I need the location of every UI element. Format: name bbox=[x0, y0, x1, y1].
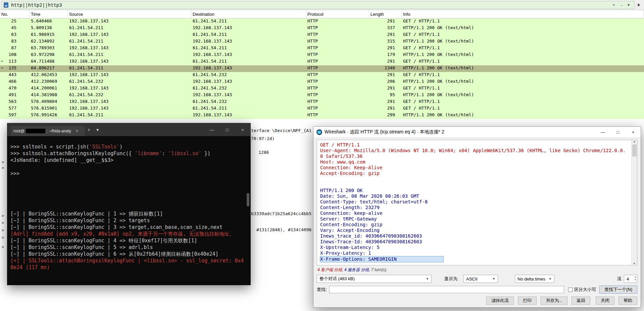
spin-down-icon[interactable]: ▼ bbox=[634, 278, 636, 282]
clear-filter-icon[interactable]: × bbox=[610, 2, 617, 7]
filter-bookmark-icon[interactable] bbox=[4, 2, 8, 8]
column-header-no[interactable]: No. bbox=[0, 10, 30, 18]
stream-text-area[interactable]: GET / HTTP/1.1 User-Agent: Mozilla/5.0 (… bbox=[317, 140, 637, 265]
column-header-source[interactable]: Source bbox=[68, 10, 191, 18]
packet-row[interactable]: 597 576.991426 61.241.54.211 192.168.137… bbox=[0, 112, 644, 119]
dialog-titlebar[interactable]: Wireshark · 追踪 HTTP 流 (tcp.stream eq 4) … bbox=[313, 127, 641, 138]
packet-row[interactable]: 443 412.062453 192.168.137.143 61.241.54… bbox=[0, 72, 644, 79]
packet-length: 291 bbox=[369, 18, 402, 25]
maximize-icon[interactable]: □ bbox=[219, 123, 235, 136]
minimize-icon[interactable]: — bbox=[595, 127, 610, 138]
new-tab-button[interactable]: + bbox=[85, 127, 93, 132]
add-filter-button[interactable]: + bbox=[635, 2, 643, 8]
column-header-protocol[interactable]: Protocol bbox=[306, 10, 369, 18]
delta-times-select[interactable]: No delta times ▼ bbox=[515, 275, 554, 283]
packet-length: 291 bbox=[369, 72, 402, 79]
packet-row[interactable]: 113 64.711488 192.168.137.143 61.241.54.… bbox=[0, 59, 644, 65]
tree-expander-icon[interactable]: > bbox=[2, 213, 4, 218]
save-as-button[interactable]: 另存为... bbox=[541, 297, 567, 305]
stream-number-spinner[interactable]: 4 ▲ ▼ bbox=[624, 275, 637, 283]
packet-row[interactable]: 466 412.230069 61.241.54.232 192.168.137… bbox=[0, 79, 644, 85]
close-button[interactable]: 关闭 bbox=[596, 297, 614, 305]
minimize-icon[interactable]: — bbox=[204, 123, 219, 136]
tree-expander-icon[interactable]: > bbox=[2, 221, 4, 225]
print-button[interactable]: 打印 bbox=[518, 297, 537, 305]
stream-line: Content-Length: 23279 bbox=[320, 205, 628, 210]
packet-row[interactable]: 135 64.896217 61.241.54.211 192.168.137.… bbox=[0, 65, 644, 72]
find-input[interactable] bbox=[329, 286, 564, 293]
packet-row[interactable]: 63 61.986915 192.168.137.143 61.241.54.2… bbox=[0, 32, 644, 39]
tree-expander-icon[interactable]: > bbox=[2, 245, 4, 249]
packet-row[interactable]: 108 63.972298 61.241.54.211 192.168.137.… bbox=[0, 52, 644, 59]
display-filter-input[interactable]: http||http2||http3 × → ▾ bbox=[1, 1, 635, 9]
close-icon[interactable]: × bbox=[235, 123, 250, 136]
stream-line: X-Proxy-Latency: 1 bbox=[320, 250, 628, 256]
apply-filter-icon[interactable]: → bbox=[617, 2, 625, 7]
scroll-down-icon[interactable]: ▼ bbox=[633, 262, 636, 265]
terminal-line: >>> bbox=[10, 170, 246, 177]
back-button[interactable]: 返回 bbox=[572, 297, 590, 305]
terminal-tab[interactable]: root@ : ~/frida-analy × bbox=[11, 126, 85, 136]
find-next-button[interactable]: 查找下一个(N) bbox=[599, 286, 637, 294]
screen: http||http2||http3 × → ▾ + No. Time Sour… bbox=[0, 0, 644, 311]
packet-source: 61.241.54.211 bbox=[68, 52, 191, 59]
packet-list: 25 5.640466 192.168.137.143 61.241.54.21… bbox=[0, 18, 644, 119]
terminal-line: [~] | BoringSSL::scanKeylogFunc | 1 => 捕… bbox=[10, 210, 246, 217]
maximize-icon[interactable]: □ bbox=[610, 127, 626, 138]
packet-info: HTTP/1.1 200 OK (text/html) bbox=[402, 92, 644, 99]
conversation-select[interactable]: 整个对话 (483 kB) ▼ bbox=[317, 275, 432, 283]
packet-row[interactable]: 491 414.381988 61.241.54.232 192.168.137… bbox=[0, 92, 644, 99]
filter-history-icon[interactable]: ▾ bbox=[625, 2, 632, 7]
packet-info: HTTP/1.1 200 OK (text/html) bbox=[402, 39, 644, 45]
close-icon[interactable]: × bbox=[626, 127, 641, 138]
packet-row[interactable]: 87 63.789303 192.168.137.143 61.241.54.2… bbox=[0, 45, 644, 52]
tab-dropdown-icon[interactable]: ▾ bbox=[93, 127, 102, 132]
packet-row[interactable]: 45 5.809138 61.241.54.211 192.168.137.14… bbox=[0, 25, 644, 32]
stream-line: User-Agent: Mozilla/5.0 (Windows NT 10.0… bbox=[320, 148, 628, 159]
scrollbar-thumb[interactable] bbox=[632, 144, 637, 157]
delta-times-select-value: No delta times bbox=[517, 276, 545, 282]
packet-time: 5.640466 bbox=[30, 18, 68, 25]
help-button[interactable]: 帮助 bbox=[618, 297, 637, 305]
terminal-output[interactable]: >>> ssltools = script.jsh('SSLTools') >>… bbox=[7, 136, 250, 285]
turns-count: 7 turn(s). bbox=[370, 267, 387, 272]
column-header-time[interactable]: Time bbox=[30, 10, 68, 18]
stream-scrollbar[interactable]: ▲ ▼ bbox=[631, 140, 637, 265]
stream-status-line: 4 客户端 分组, 4 服务器 分组, 7 turn(s). bbox=[317, 267, 637, 273]
packet-row[interactable]: 577 576.815901 192.168.137.143 61.241.54… bbox=[0, 106, 644, 112]
packet-row[interactable]: 83 62.134892 61.241.54.211 192.168.137.1… bbox=[0, 39, 644, 45]
case-sensitive-checkbox[interactable] bbox=[568, 288, 573, 292]
show-as-select[interactable]: ASCII ▼ bbox=[463, 275, 498, 283]
packet-length: 291 bbox=[369, 85, 402, 92]
packet-length: 179 bbox=[369, 52, 402, 59]
packet-length: 291 bbox=[369, 59, 402, 65]
packet-row[interactable]: 563 576.409804 192.168.137.143 61.241.54… bbox=[0, 99, 644, 106]
filter-out-stream-button[interactable]: 滤掉此流 bbox=[486, 297, 514, 305]
column-header-destination[interactable]: Destination bbox=[191, 10, 306, 18]
tab-close-icon[interactable]: × bbox=[76, 129, 78, 133]
server-packets-count: 4 服务器 分组, bbox=[343, 267, 370, 272]
terminal-line: [~] | BoringSSL::scanKeylogFunc | 2 => t… bbox=[10, 217, 246, 224]
packet-row[interactable]: 25 5.640466 192.168.137.143 61.241.54.21… bbox=[0, 18, 644, 25]
packet-destination: 61.241.54.211 bbox=[191, 106, 306, 112]
packet-protocol: HTTP bbox=[306, 72, 369, 79]
tree-expander-icon[interactable]: > bbox=[2, 166, 4, 170]
packet-no: 563 bbox=[0, 99, 30, 106]
client-packets-count: 4 客户端 分组, bbox=[317, 267, 343, 272]
packet-no: 63 bbox=[0, 32, 30, 39]
terminal-titlebar[interactable]: root@ : ~/frida-analy × + ▾ — □ × bbox=[7, 123, 250, 136]
packet-length: 95 bbox=[369, 92, 402, 99]
tree-expander-icon[interactable]: > bbox=[2, 235, 4, 240]
spin-up-icon[interactable]: ▲ bbox=[634, 275, 636, 278]
column-header-length[interactable]: Length bbox=[369, 10, 402, 18]
case-sensitive-label: 区分大小写 bbox=[574, 287, 596, 293]
detail-fragment: 70:97:2d) bbox=[251, 136, 275, 141]
display-filter-text[interactable]: http||http2||http3 bbox=[11, 2, 610, 8]
scroll-up-icon[interactable]: ▲ bbox=[633, 140, 636, 143]
terminal-scrollbar[interactable] bbox=[247, 193, 249, 206]
column-header-info[interactable]: Info bbox=[402, 10, 644, 18]
tree-expander-icon[interactable]: > bbox=[2, 160, 4, 165]
packet-row[interactable]: 470 414.200061 192.168.137.143 61.241.54… bbox=[0, 85, 644, 92]
tree-expander-icon[interactable]: > bbox=[2, 228, 4, 233]
packet-protocol: HTTP bbox=[306, 52, 369, 59]
